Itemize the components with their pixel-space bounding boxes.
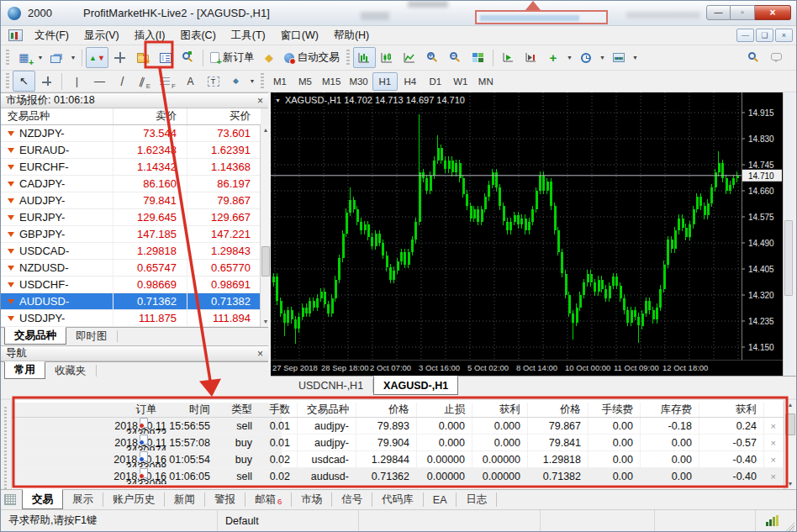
chart-candles-button[interactable] — [376, 47, 398, 68]
terminal-tab-7[interactable]: 信号 — [332, 492, 372, 507]
profiles-dropdown[interactable]: ▼ — [68, 47, 78, 68]
close-order-icon[interactable]: × — [771, 455, 776, 465]
terminal-tab-4[interactable]: 警报 — [205, 492, 245, 507]
order-row[interactable]: 34309732018.10.11 15:56:55sell0.01audjpy… — [12, 418, 784, 435]
market-watch-row[interactable]: EURCHF-1.143421.14368 — [1, 159, 261, 176]
terminal-column-header-2[interactable]: 类型 — [218, 403, 260, 417]
scroll-down-icon[interactable]: ▼ — [784, 479, 796, 489]
cursor-button[interactable]: ↖ — [13, 71, 35, 92]
terminal-column-header-5[interactable]: 价格 — [356, 403, 417, 417]
terminal-column-header-10[interactable]: 库存费 — [641, 403, 699, 417]
terminal-column-header-9[interactable]: 手续费 — [589, 403, 641, 417]
chart-bars-button[interactable] — [353, 47, 376, 68]
terminal-column-header-11[interactable]: 获利 — [699, 403, 764, 417]
column-ask[interactable]: 买价 — [187, 108, 261, 124]
menu-item-4[interactable]: 工具(T) — [224, 26, 273, 45]
terminal-tab-2[interactable]: 账户历史 — [103, 492, 165, 507]
title-bar[interactable]: 2000 ProfitMarketHK-Live2 - [XAGUSD-,H1]… — [1, 1, 796, 26]
menu-item-2[interactable]: 插入(I) — [127, 26, 173, 45]
chart-tab-0[interactable]: USDCNH-,H1 — [289, 379, 373, 392]
market-watch-row[interactable]: USDJPY-111.875111.894 — [1, 310, 261, 327]
market-watch-tab-0[interactable]: 交易品种 — [4, 327, 66, 345]
scroll-up-icon[interactable]: ▲ — [261, 125, 271, 135]
terminal-tab-5[interactable]: 邮箱6 — [245, 492, 292, 507]
scroll-up-icon[interactable]: ▲ — [784, 400, 796, 410]
periods-dropdown[interactable]: ▼ — [598, 47, 608, 68]
trendline-button[interactable]: / — [111, 71, 134, 92]
column-bid[interactable]: 卖价 — [113, 108, 187, 124]
toolbar-drag-handle[interactable] — [261, 73, 264, 90]
search-button[interactable] — [742, 47, 765, 68]
profiles-button[interactable] — [45, 47, 68, 68]
terminal-column-header-3[interactable]: 手数 — [260, 403, 298, 417]
market-watch-row[interactable]: AUDUSD-0.713620.71382 — [1, 293, 261, 310]
scrollbar-thumb[interactable] — [261, 246, 270, 277]
close-order-icon[interactable]: × — [771, 471, 776, 482]
market-watch-row[interactable]: NZDUSD-0.657470.65770 — [1, 260, 261, 277]
terminal-column-header-1[interactable]: 时间 — [96, 403, 218, 417]
step-to-end-button[interactable] — [520, 47, 542, 68]
scroll-down-icon[interactable]: ▼ — [261, 317, 271, 327]
fibonacci-button[interactable]: F — [156, 71, 179, 92]
timeframe-d1-button[interactable]: D1 — [423, 72, 448, 91]
new-chart-dropdown[interactable]: ▼ — [35, 47, 45, 68]
scrollbar-thumb[interactable] — [785, 413, 795, 435]
market-watch-row[interactable]: NZDJPY-73.54473.601 — [1, 125, 261, 142]
horizontal-line-button[interactable]: — — [88, 71, 111, 92]
order-row[interactable]: 34309742018.10.11 15:57:08buy0.01audjpy-… — [12, 435, 784, 451]
market-watch-row[interactable]: CADJPY-86.16086.197 — [1, 176, 261, 192]
vertical-line-button[interactable]: | — [66, 71, 88, 92]
market-watch-row[interactable]: GBPJPY-147.185147.221 — [1, 226, 261, 243]
text-button[interactable]: A — [179, 71, 202, 92]
timeframe-h4-button[interactable]: H4 — [398, 72, 423, 91]
close-order-icon[interactable]: × — [771, 421, 776, 431]
chart-scrollbar[interactable] — [783, 92, 794, 376]
terminal-scrollbar[interactable]: ▲ ▼ — [784, 400, 796, 489]
navigator-titlebar[interactable]: 导航 × — [1, 345, 268, 361]
terminal-tab-0[interactable]: 交易 — [22, 489, 63, 509]
chart-canvas[interactable]: 14.91514.83014.74514.66014.57514.49014.4… — [271, 92, 783, 376]
menu-item-1[interactable]: 显示(V) — [77, 26, 127, 45]
strategy-tester-button[interactable] — [177, 47, 199, 68]
menu-item-3[interactable]: 图表(C) — [172, 26, 223, 45]
market-watch-titlebar[interactable]: 市场报价: 01:06:18 × — [1, 92, 268, 108]
column-symbol[interactable]: 交易品种 — [1, 109, 113, 124]
chart-scrollbar-thumb[interactable] — [784, 220, 793, 296]
price-chart[interactable]: 14.91514.83014.74514.66014.57514.49014.4… — [271, 92, 783, 360]
new-order-button[interactable]: 新订单 — [207, 47, 258, 68]
timeframe-w1-button[interactable]: W1 — [448, 72, 473, 91]
market-watch-row[interactable]: USDCAD-1.298181.29843 — [1, 243, 261, 260]
toolbar-drag-handle[interactable] — [6, 73, 9, 90]
navigator-tab-0[interactable]: 常用 — [4, 361, 45, 379]
toolbar-drag-handle[interactable] — [346, 50, 350, 66]
terminal-column-header-7[interactable]: 获利 — [472, 403, 528, 417]
terminal-tabs-grip-icon[interactable] — [4, 494, 16, 505]
timeframe-h1-button[interactable]: H1 — [372, 72, 398, 91]
terminal-tab-10[interactable]: 日志 — [457, 492, 497, 507]
timeframe-m30-button[interactable]: M30 — [345, 72, 372, 91]
tile-windows-button[interactable] — [467, 47, 489, 68]
terminal-column-header-8[interactable]: 价格 — [528, 403, 589, 417]
chart-window-icon[interactable] — [8, 29, 23, 41]
text-label-button[interactable]: T — [202, 71, 224, 92]
order-row[interactable]: 34330982018.10.16 01:05:54buy0.02usdcad-… — [12, 451, 784, 468]
terminal-column-header-6[interactable]: 止损 — [417, 403, 472, 417]
chart-collapse-icon[interactable]: ▼ — [275, 97, 281, 103]
terminal-tab-6[interactable]: 市场 — [292, 492, 332, 507]
navigator-close-icon[interactable]: × — [257, 349, 263, 359]
close-button[interactable]: × — [755, 5, 791, 20]
navigator-toggle-button[interactable] — [131, 47, 154, 68]
close-order-icon[interactable]: × — [771, 438, 776, 448]
terminal-tab-9[interactable]: EA — [424, 492, 457, 507]
market-watch-scrollbar[interactable]: ▲ ▼ — [260, 125, 271, 327]
chat-button[interactable] — [765, 47, 788, 68]
timeframe-mn-button[interactable]: MN — [473, 72, 499, 91]
timeframe-m15-button[interactable]: M15 — [318, 72, 345, 91]
menu-item-6[interactable]: 帮助(H) — [326, 26, 377, 45]
minimize-button[interactable]: — — [706, 5, 731, 20]
arrows-button[interactable]: ◆ — [224, 71, 247, 92]
templates-button[interactable] — [608, 47, 631, 68]
terminal-toggle-button[interactable] — [154, 47, 177, 68]
indicators-dropdown[interactable]: ▼ — [565, 47, 575, 68]
restore-button[interactable]: ▫ — [731, 5, 755, 20]
